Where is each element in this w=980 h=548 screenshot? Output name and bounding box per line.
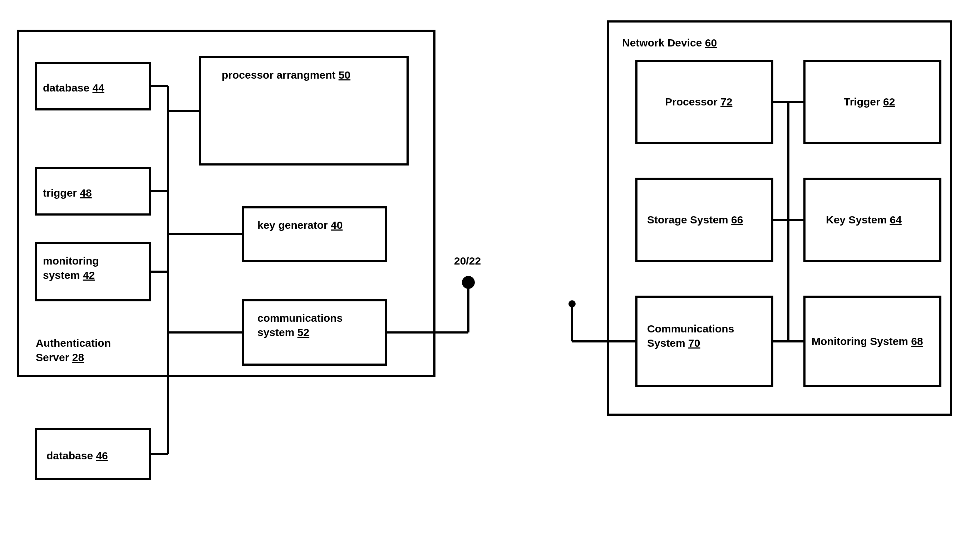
database-46-label: database 46 xyxy=(46,450,108,462)
trigger-62-label: Trigger 62 xyxy=(844,96,895,108)
comms-52-label-2: system 52 xyxy=(258,326,309,338)
network-device-label: Network Device 60 xyxy=(622,37,717,49)
storage-66-label: Storage System 66 xyxy=(647,214,743,226)
processor-72-label: Processor 72 xyxy=(665,96,732,108)
monitoring-68-label: Monitoring System 68 xyxy=(811,335,923,347)
keysys-64-label: Key System 64 xyxy=(826,214,902,226)
trigger-48-label: trigger 48 xyxy=(43,187,92,199)
comms-70-label-1: Communications xyxy=(647,323,734,335)
processor-50-label: processor arrangment 50 xyxy=(222,69,350,81)
keygen-40-label: key generator 40 xyxy=(258,219,342,231)
auth-server-label-2: Server 28 xyxy=(36,351,84,363)
keygen-40-box xyxy=(243,207,386,261)
monitoring-42-label-2: system 42 xyxy=(43,269,95,281)
comms-70-label-2: System 70 xyxy=(647,337,700,349)
conn-left-endpoint-dot xyxy=(462,276,475,289)
mid-annotation: 20/22 xyxy=(454,255,481,267)
database-44-label: database 44 xyxy=(43,82,104,94)
auth-server-label-1: Authentication xyxy=(36,337,111,349)
monitoring-42-label-1: monitoring xyxy=(43,255,99,267)
conn-right-endpoint-dot xyxy=(568,300,576,307)
comms-52-label-1: communications xyxy=(258,312,342,324)
